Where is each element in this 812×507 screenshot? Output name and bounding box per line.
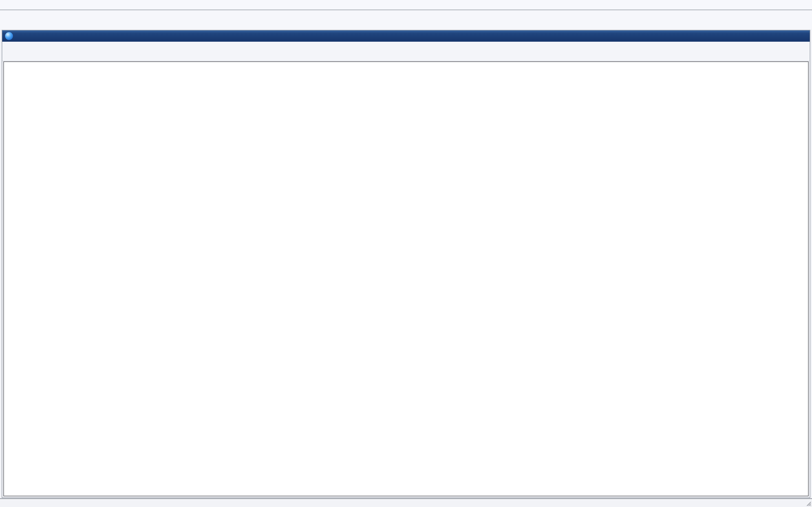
document-sphere-icon: [5, 32, 13, 40]
board-3d-view: [4, 62, 808, 496]
resize-grip[interactable]: [805, 500, 811, 506]
document-window: [2, 30, 810, 498]
viewport-canvas[interactable]: [3, 61, 809, 496]
main-toolbar: [0, 11, 812, 29]
view-toolbar: [2, 42, 810, 61]
status-bar: [0, 499, 812, 507]
document-title-bar[interactable]: [2, 31, 810, 42]
application-window: [0, 0, 812, 507]
menu-bar: [0, 0, 812, 10]
